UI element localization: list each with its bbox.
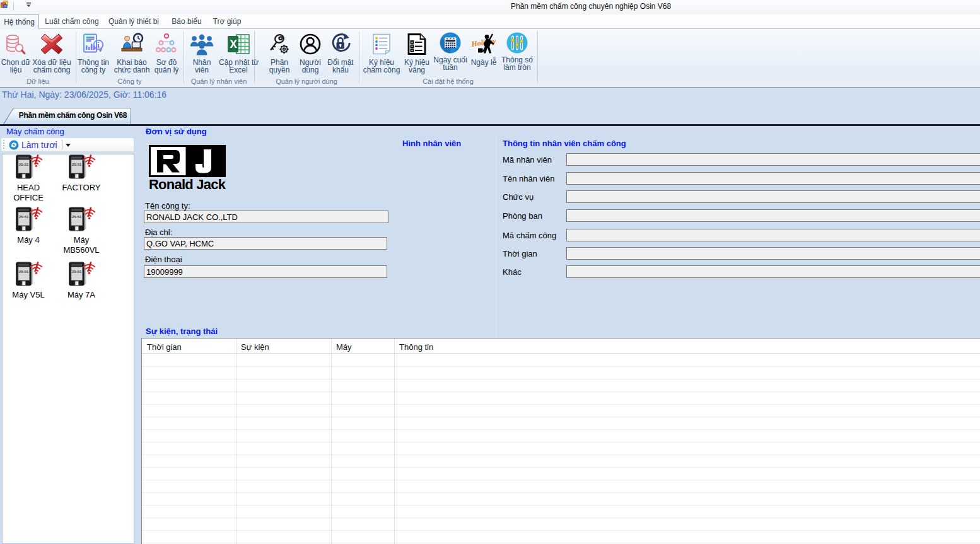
svg-text:25:51: 25:51 bbox=[72, 270, 82, 274]
svg-text:25:51: 25:51 bbox=[19, 163, 29, 166]
svg-text:25:51: 25:51 bbox=[19, 270, 29, 274]
svg-text:25:51: 25:51 bbox=[72, 163, 82, 166]
svg-text:Ronald Jack: Ronald Jack bbox=[149, 177, 226, 190]
svg-text:25:51: 25:51 bbox=[72, 215, 82, 219]
svg-text:25:51: 25:51 bbox=[19, 215, 29, 219]
